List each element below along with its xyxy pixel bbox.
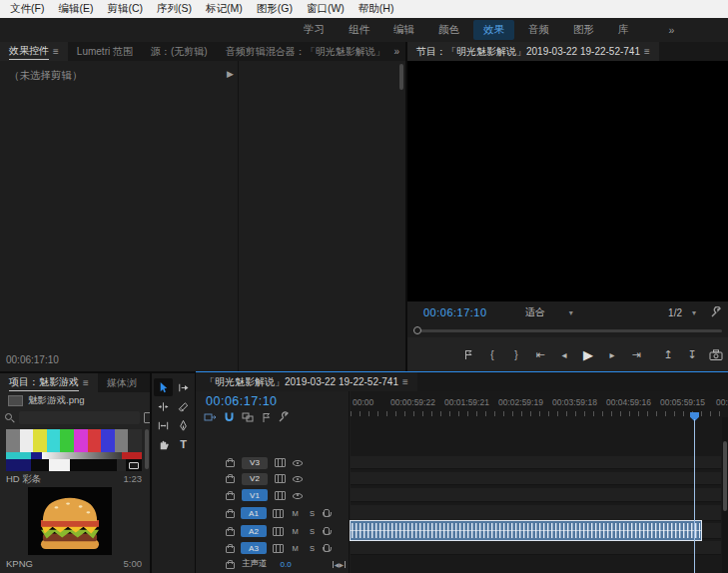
workspace-tab-editing[interactable]: 编辑 xyxy=(383,20,424,40)
item-label[interactable]: HD 彩条 xyxy=(6,473,41,486)
menu-window[interactable]: 窗口(W) xyxy=(300,1,352,17)
fit-dropdown[interactable]: 适合 xyxy=(525,305,545,319)
panel-menu-icon[interactable]: ≡ xyxy=(83,377,89,388)
toggle-track-output-eye-icon[interactable] xyxy=(293,474,303,483)
go-to-out-button[interactable]: ⇥ xyxy=(628,348,644,361)
sync-lock-icon[interactable] xyxy=(275,458,286,467)
effect-controls-timecode[interactable]: 00:06:17:10 xyxy=(6,354,59,365)
workspace-tab-color[interactable]: 颜色 xyxy=(428,20,469,40)
track-lock-icon[interactable] xyxy=(226,460,235,467)
tab-lumetri-scopes[interactable]: Lumetri 范围 xyxy=(68,42,142,61)
filter-bin-icon[interactable] xyxy=(144,412,150,423)
voiceover-record-mic-icon[interactable] xyxy=(324,509,330,517)
tab-audio-clip-mixer[interactable]: 音频剪辑混合器：「明光魅影解说」2019-03 xyxy=(217,42,384,61)
scrubber-playhead-knob[interactable] xyxy=(413,326,421,334)
track-target-a2[interactable]: A2 xyxy=(241,525,267,537)
track-lock-icon[interactable] xyxy=(226,476,235,483)
tabbar-overflow-icon[interactable]: » xyxy=(146,373,150,392)
toggle-track-output-eye-icon[interactable] xyxy=(293,491,303,500)
project-search-input[interactable] xyxy=(19,411,140,424)
tab-program-monitor[interactable]: 节目：「明光魅影解说」2019-03-22 19-22-52-741 ≡ xyxy=(407,42,659,61)
sync-lock-icon[interactable] xyxy=(273,509,284,518)
linked-selection-icon[interactable] xyxy=(242,411,255,423)
solo-track-button[interactable]: S xyxy=(307,509,318,518)
sync-lock-icon[interactable] xyxy=(275,491,286,500)
solo-track-button[interactable]: S xyxy=(307,527,318,536)
menu-file[interactable]: 文件(F) xyxy=(3,1,51,17)
workspace-tab-assembly[interactable]: 组件 xyxy=(339,20,379,40)
sync-lock-icon[interactable] xyxy=(273,544,284,553)
lane-v2[interactable] xyxy=(351,472,721,485)
tab-source-monitor[interactable]: 源：(无剪辑) xyxy=(142,42,217,61)
mute-track-button[interactable]: M xyxy=(290,527,301,536)
track-lock-icon[interactable] xyxy=(226,546,235,553)
track-target-v2[interactable]: V2 xyxy=(242,473,268,485)
project-item-burger-thumbnail[interactable] xyxy=(28,487,112,555)
project-item-colorbars-thumbnail[interactable] xyxy=(6,429,142,471)
selection-tool[interactable] xyxy=(154,378,173,396)
play-effect-icon[interactable]: ▶ xyxy=(227,69,234,79)
tab-media-browser[interactable]: 媒体浏 xyxy=(98,373,146,392)
lane-a3[interactable] xyxy=(351,541,721,555)
timeline-scrollbar-track[interactable] xyxy=(722,417,728,573)
workspace-tab-audio[interactable]: 音频 xyxy=(518,20,559,40)
snap-magnet-icon[interactable] xyxy=(224,411,235,423)
sync-lock-icon[interactable] xyxy=(275,474,286,483)
menu-sequence[interactable]: 序列(S) xyxy=(150,1,199,17)
lift-button[interactable]: ↥ xyxy=(660,348,676,361)
workspace-tab-learning[interactable]: 学习 xyxy=(294,20,335,40)
tab-timeline-sequence[interactable]: 「明光魅影解说」2019-03-22 19-22-52-741 ≡ xyxy=(196,372,417,391)
effect-controls-divider[interactable] xyxy=(238,61,239,371)
panel-menu-icon[interactable]: ≡ xyxy=(402,376,408,387)
workspace-tab-libraries[interactable]: 库 xyxy=(608,20,639,40)
go-to-in-button[interactable]: ⇤ xyxy=(532,348,548,361)
tabbar-overflow-icon[interactable]: » xyxy=(387,42,405,61)
pen-tool[interactable] xyxy=(174,416,193,434)
track-select-forward-tool[interactable] xyxy=(174,378,193,396)
program-video-area[interactable] xyxy=(407,61,728,301)
tab-project[interactable]: 项目：魅影游戏 ≡ xyxy=(0,373,98,392)
master-level-value[interactable]: 0.0 xyxy=(281,560,292,569)
menu-clip[interactable]: 剪辑(C) xyxy=(100,1,150,17)
lane-a1[interactable] xyxy=(351,505,721,521)
hand-tool[interactable] xyxy=(154,435,173,453)
program-timecode[interactable]: 00:06:17:10 xyxy=(423,306,487,318)
workspace-tab-graphics[interactable]: 图形 xyxy=(563,20,604,40)
solo-track-button[interactable]: S xyxy=(307,544,318,553)
step-forward-button[interactable]: ▸ xyxy=(604,349,620,360)
timeline-ruler[interactable]: 00:00 00:00:59:22 00:01:59:21 00:02:59:1… xyxy=(351,395,728,417)
toggle-track-output-eye-icon[interactable] xyxy=(293,458,303,467)
play-button[interactable]: ▶ xyxy=(580,347,596,362)
project-file-name[interactable]: 魅影游戏.png xyxy=(28,394,85,407)
project-scrollbar[interactable] xyxy=(145,429,149,469)
project-file-row[interactable]: 魅影游戏.png xyxy=(0,392,150,408)
add-marker-icon[interactable] xyxy=(460,349,476,360)
lane-v3[interactable] xyxy=(351,456,721,469)
timeline-timecode[interactable]: 00:06:17:10 xyxy=(206,394,278,408)
panel-menu-icon[interactable]: ≡ xyxy=(53,46,59,57)
track-target-v1[interactable]: V1 xyxy=(242,489,268,501)
insert-nested-sequence-icon[interactable] xyxy=(204,411,217,423)
workspace-overflow-icon[interactable]: » xyxy=(659,21,685,39)
menu-graphics[interactable]: 图形(G) xyxy=(250,1,300,17)
menu-markers[interactable]: 标记(M) xyxy=(199,1,250,17)
audio-clip[interactable] xyxy=(351,521,701,540)
track-lock-icon[interactable] xyxy=(226,529,235,536)
menu-help[interactable]: 帮助(H) xyxy=(352,1,401,17)
sync-lock-icon[interactable] xyxy=(273,527,284,536)
timeline-scrollbar-thumb[interactable] xyxy=(723,441,727,511)
monitor-settings-wrench-icon[interactable] xyxy=(710,306,722,318)
effect-controls-scrollbar[interactable] xyxy=(399,64,403,90)
timeline-settings-wrench-icon[interactable] xyxy=(278,411,290,423)
voiceover-record-mic-icon[interactable] xyxy=(324,527,330,535)
track-target-a1[interactable]: A1 xyxy=(241,507,267,519)
lane-v1[interactable] xyxy=(351,488,721,502)
track-target-a3[interactable]: A3 xyxy=(241,542,267,554)
menu-edit[interactable]: 编辑(E) xyxy=(51,1,100,17)
mark-out-button[interactable]: } xyxy=(508,349,524,360)
track-lock-icon[interactable] xyxy=(226,511,235,518)
panel-menu-icon[interactable]: ≡ xyxy=(644,46,650,57)
mute-track-button[interactable]: M xyxy=(290,544,301,553)
mark-in-button[interactable]: { xyxy=(484,349,500,360)
item-label[interactable]: KPNG xyxy=(6,558,33,569)
